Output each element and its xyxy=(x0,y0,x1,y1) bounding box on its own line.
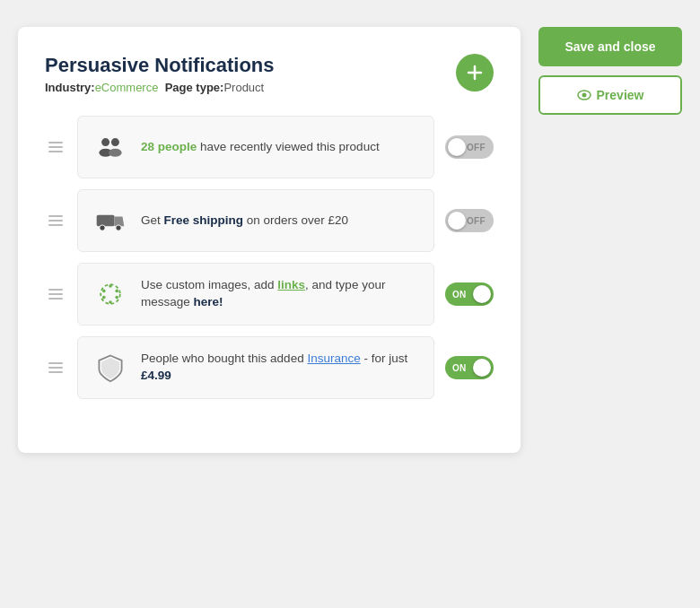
card-header: Persuasive Notifications Industry:eComme… xyxy=(45,54,494,94)
drag-handle[interactable] xyxy=(45,212,66,230)
drag-handle[interactable] xyxy=(45,138,66,156)
insurance-link[interactable]: Insurance xyxy=(307,352,360,365)
notification-text-shipping: Get Free shipping on orders over £20 xyxy=(141,213,419,230)
toggle-custom[interactable]: ON xyxy=(445,282,494,306)
viewed-count: 28 people xyxy=(141,140,197,153)
toggle-label-shipping: OFF xyxy=(467,216,486,226)
table-row: Get Free shipping on orders over £20 OFF xyxy=(45,189,494,252)
toggle-label-custom: ON xyxy=(452,290,467,300)
shipping-bold: Free shipping xyxy=(164,213,244,227)
toggle-button-insurance[interactable]: ON xyxy=(445,356,494,379)
page-type-label: Page type: xyxy=(165,81,224,94)
custom-bold: here! xyxy=(194,295,223,308)
industry-label: Industry: xyxy=(45,81,95,94)
toggle-label-insurance: ON xyxy=(452,363,467,373)
svg-point-11 xyxy=(109,284,112,288)
eye-icon xyxy=(577,88,591,102)
drag-handle[interactable] xyxy=(45,285,66,303)
svg-point-15 xyxy=(102,296,106,300)
table-row: 28 people have recently viewed this prod… xyxy=(45,116,494,178)
preview-button[interactable]: Preview xyxy=(538,75,682,115)
svg-point-16 xyxy=(102,290,106,293)
page-meta: Industry:eCommerce Page type:Product xyxy=(45,81,275,94)
toggle-viewed[interactable]: OFF xyxy=(445,135,494,159)
toggle-label-viewed: OFF xyxy=(467,143,486,152)
shield-icon xyxy=(92,350,128,386)
notification-card-insurance: People who bought this added Insurance -… xyxy=(77,336,434,399)
notification-card-custom: Use custom images, add links, and type y… xyxy=(77,263,434,326)
svg-point-8 xyxy=(100,225,105,230)
brain-icon xyxy=(92,276,128,312)
svg-point-3 xyxy=(111,138,119,146)
svg-point-5 xyxy=(109,149,121,157)
svg-point-9 xyxy=(116,225,121,230)
toggle-shipping[interactable]: OFF xyxy=(445,209,494,232)
notification-list: 28 people have recently viewed this prod… xyxy=(45,116,494,399)
toggle-button-viewed[interactable]: OFF xyxy=(445,135,494,159)
page-type-value: Product xyxy=(223,81,264,94)
svg-point-13 xyxy=(115,296,118,300)
page-title: Persuasive Notifications xyxy=(45,54,275,77)
add-notification-button[interactable] xyxy=(456,54,494,91)
save-and-close-button[interactable]: Save and close xyxy=(538,27,682,66)
svg-rect-6 xyxy=(97,215,115,227)
preview-label: Preview xyxy=(597,88,644,102)
drag-handle[interactable] xyxy=(45,359,66,377)
svg-point-18 xyxy=(582,93,586,98)
main-card: Persuasive Notifications Industry:eComme… xyxy=(18,27,521,453)
toggle-button-custom[interactable]: ON xyxy=(445,282,494,306)
svg-point-2 xyxy=(101,138,109,146)
notification-card-viewed: 28 people have recently viewed this prod… xyxy=(77,116,434,178)
svg-point-14 xyxy=(109,300,112,304)
custom-links-link[interactable]: links xyxy=(277,278,305,291)
app-layout: Persuasive Notifications Industry:eComme… xyxy=(18,27,682,453)
notification-text-viewed: 28 people have recently viewed this prod… xyxy=(141,139,419,156)
toggle-insurance[interactable]: ON xyxy=(445,356,494,379)
insurance-price: £4.99 xyxy=(141,369,171,382)
toggle-button-shipping[interactable]: OFF xyxy=(445,209,494,232)
truck-icon xyxy=(92,203,128,239)
people-icon xyxy=(92,129,128,165)
industry-value: eCommerce xyxy=(95,81,159,94)
notification-text-custom: Use custom images, add links, and type y… xyxy=(141,277,419,311)
table-row: People who bought this added Insurance -… xyxy=(45,336,494,399)
sidebar: Save and close Preview xyxy=(538,27,682,453)
svg-point-12 xyxy=(115,290,118,293)
table-row: Use custom images, add links, and type y… xyxy=(45,263,494,326)
header-text: Persuasive Notifications Industry:eComme… xyxy=(45,54,275,94)
notification-text-insurance: People who bought this added Insurance -… xyxy=(141,351,419,385)
notification-card-shipping: Get Free shipping on orders over £20 xyxy=(77,189,434,252)
